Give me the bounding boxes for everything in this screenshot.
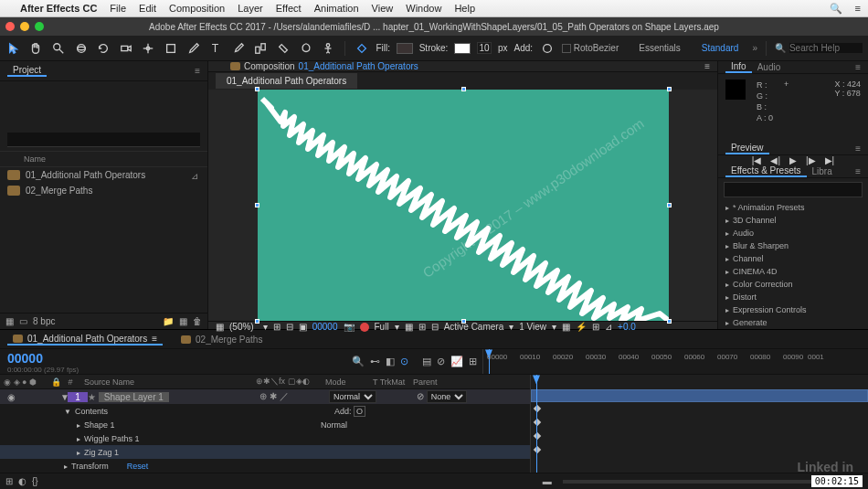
new-comp-icon[interactable]: ▦ xyxy=(179,316,187,326)
composition-viewer[interactable]: Copyright © 2017 – www.p30download.com xyxy=(208,90,717,321)
tl-motionblur-icon[interactable]: ⊘ xyxy=(437,356,445,367)
roto-tool[interactable] xyxy=(298,40,314,57)
play-button[interactable]: ▶ xyxy=(789,155,797,165)
text-tool[interactable]: T xyxy=(207,40,224,57)
effects-category[interactable]: * Animation Presets xyxy=(718,201,868,214)
tl-draft3d-icon[interactable]: ◧ xyxy=(386,356,395,367)
comp-menu-icon[interactable]: ≡ xyxy=(704,61,710,71)
last-frame-button[interactable]: ▶| xyxy=(825,155,835,165)
tl-graph-icon[interactable]: 📈 xyxy=(450,356,463,367)
camera-tool[interactable] xyxy=(118,40,134,57)
effects-category[interactable]: Generate xyxy=(718,316,868,329)
rotobezier-checkbox[interactable]: RotoBezier xyxy=(562,43,619,53)
layer-wiggle-row[interactable]: ▸Wiggle Paths 1 xyxy=(0,431,530,445)
info-menu-icon[interactable]: ≡ xyxy=(855,62,861,72)
workspace-overflow-icon[interactable]: » xyxy=(752,43,757,53)
layer-contents-row[interactable]: ▼Contents Add: O xyxy=(0,404,530,418)
layer-mode-select[interactable]: Normal xyxy=(329,390,376,403)
tl-frameblend-icon[interactable]: ▤ xyxy=(422,356,431,367)
menu-edit[interactable]: Edit xyxy=(139,3,156,14)
info-tab[interactable]: Info xyxy=(725,61,752,73)
hand-tool[interactable] xyxy=(28,40,45,57)
clone-tool[interactable] xyxy=(253,40,270,57)
menu-file[interactable]: File xyxy=(110,3,126,14)
effects-category[interactable]: Audio xyxy=(718,227,868,239)
comp-breadcrumb-item[interactable]: 01_Additional Path Operators xyxy=(216,73,357,89)
project-search-input[interactable] xyxy=(7,133,200,147)
tl-comp-flowchart-icon[interactable]: ⊷ xyxy=(370,356,380,367)
effects-category[interactable]: Blur & Sharpen xyxy=(718,239,868,252)
zoom-out-timeline-icon[interactable]: ▬ xyxy=(543,476,552,486)
layer-track-bar[interactable] xyxy=(531,389,868,402)
next-frame-button[interactable]: |▶ xyxy=(806,155,816,165)
effects-category[interactable]: CINEMA 4D xyxy=(718,265,868,278)
tl-search-icon[interactable]: 🔍 xyxy=(352,356,365,367)
brush-tool[interactable] xyxy=(230,40,247,57)
project-item-02[interactable]: 02_Merge Paths xyxy=(0,183,207,198)
search-help-input[interactable] xyxy=(789,43,863,53)
fill-swatch[interactable] xyxy=(397,43,413,54)
effects-category[interactable]: Distort xyxy=(718,291,868,303)
preview-tab[interactable]: Preview xyxy=(725,143,769,154)
layer-transform-row[interactable]: ▸Transform Reset xyxy=(0,459,530,473)
project-menu-icon[interactable]: ≡ xyxy=(195,66,200,76)
timeline-ruler[interactable]: 00000 00010 00020 00030 00040 00050 0006… xyxy=(482,349,868,374)
first-frame-button[interactable]: |◀ xyxy=(752,155,762,165)
audio-tab[interactable]: Audio xyxy=(752,62,787,72)
bpc-label[interactable]: 8 bpc xyxy=(33,316,55,326)
trash-icon[interactable]: 🗑 xyxy=(193,316,202,326)
layer-parent-select[interactable]: None xyxy=(427,390,467,403)
menu-effect[interactable]: Effect xyxy=(276,3,302,14)
snap-icon[interactable] xyxy=(354,40,370,57)
spotlight-icon[interactable]: 🔍 xyxy=(830,3,842,15)
comp-tab-name[interactable]: 01_Additional Path Operators xyxy=(299,61,418,71)
preview-menu-icon[interactable]: ≡ xyxy=(855,144,861,154)
effects-search-input[interactable] xyxy=(724,182,863,197)
minimize-window-button[interactable] xyxy=(20,22,29,31)
anchor-tool[interactable] xyxy=(141,40,157,57)
effects-category[interactable]: Color Correction xyxy=(718,278,868,291)
zoom-tool[interactable] xyxy=(50,40,67,57)
new-folder-icon[interactable]: 📁 xyxy=(163,316,174,326)
flowchart-icon[interactable]: ⊿ xyxy=(191,171,200,180)
timeline-track-area[interactable] xyxy=(530,375,868,473)
shape-tool[interactable] xyxy=(163,40,179,57)
current-timecode[interactable]: 00000 xyxy=(7,351,79,366)
layer-row-1[interactable]: ◉ ▼ 1 ★ Shape Layer 1 ⊕ ✱ ／ Normal ⊘ Non… xyxy=(0,389,530,404)
app-name[interactable]: After Effects CC xyxy=(20,3,97,14)
toggle-brackets-icon[interactable]: {} xyxy=(32,476,38,486)
folder-icon[interactable]: ▭ xyxy=(19,316,27,326)
stroke-width-input[interactable] xyxy=(477,42,492,54)
timeline-tab-02[interactable]: 02_Merge Paths xyxy=(175,335,268,345)
effects-tab[interactable]: Effects & Presets xyxy=(725,165,807,177)
tl-snap-icon[interactable]: ⊞ xyxy=(469,356,477,367)
puppet-tool[interactable] xyxy=(320,40,336,57)
layer-shape1-row[interactable]: ▸Shape 1 Normal xyxy=(0,418,530,431)
menubar-extra-icon[interactable]: ≡ xyxy=(855,3,861,14)
project-name-header[interactable]: Name xyxy=(0,151,207,167)
selection-tool[interactable] xyxy=(5,40,22,57)
add-content-button[interactable]: Add: O xyxy=(334,407,365,416)
transform-reset-link[interactable]: Reset xyxy=(109,462,149,471)
effects-menu-icon[interactable]: ≡ xyxy=(855,166,861,176)
eraser-tool[interactable] xyxy=(275,40,291,57)
stroke-swatch[interactable] xyxy=(454,43,471,54)
tl-shy-icon[interactable]: ⊙ xyxy=(400,356,408,367)
menu-view[interactable]: View xyxy=(372,3,394,14)
layer-zigzag-row[interactable]: ▸Zig Zag 1 xyxy=(0,445,530,459)
effects-category[interactable]: Channel xyxy=(718,252,868,265)
menu-composition[interactable]: Composition xyxy=(169,3,225,14)
libraries-tab[interactable]: Libra xyxy=(807,166,838,176)
orbit-tool[interactable] xyxy=(73,40,90,57)
workspace-standard[interactable]: Standard xyxy=(694,43,746,53)
comp-canvas[interactable] xyxy=(258,90,669,321)
close-window-button[interactable] xyxy=(5,22,15,31)
project-tab[interactable]: Project xyxy=(7,65,47,77)
toggle-modes-icon[interactable]: ◐ xyxy=(18,476,26,486)
menu-help[interactable]: Help xyxy=(454,3,475,14)
rotate-tool[interactable] xyxy=(95,40,111,57)
effects-category[interactable]: 3D Channel xyxy=(718,214,868,227)
menu-layer[interactable]: Layer xyxy=(238,3,263,14)
effects-category[interactable]: Expression Controls xyxy=(718,303,868,316)
project-item-01[interactable]: 01_Additional Path Operators ⊿ xyxy=(0,167,207,183)
